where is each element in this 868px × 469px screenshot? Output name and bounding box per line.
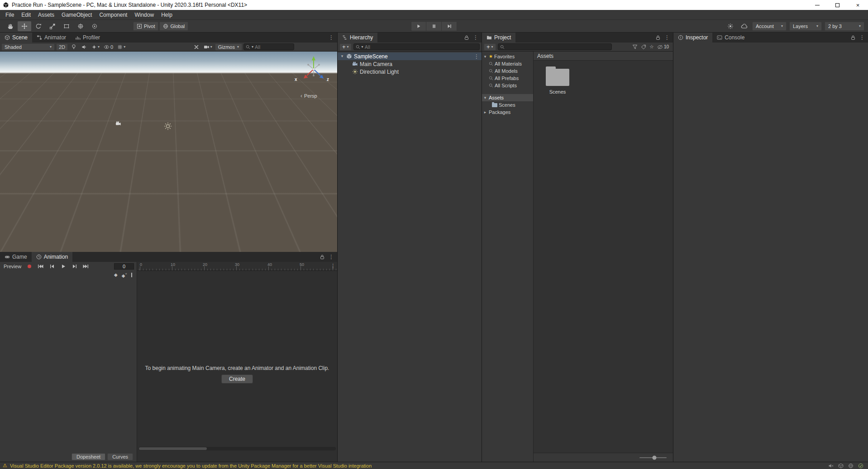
favorite-all-scripts[interactable]: All Scripts <box>482 82 533 89</box>
play-button[interactable] <box>411 21 426 31</box>
tool-settings-button[interactable] <box>192 43 201 51</box>
tab-scene[interactable]: Scene <box>0 33 32 43</box>
project-panel-menu-icon[interactable]: ⋮ <box>664 35 670 40</box>
audio-toggle-button[interactable] <box>80 43 89 51</box>
hierarchy-search-input[interactable] <box>365 44 477 50</box>
effects-dropdown-button[interactable]: ▾ <box>90 43 101 51</box>
animation-panel-menu-icon[interactable]: ⋮ <box>329 254 334 260</box>
lock-icon[interactable] <box>850 35 856 40</box>
foldout-open-icon[interactable]: ▾ <box>483 96 487 100</box>
tab-profiler[interactable]: Profiler <box>71 33 105 43</box>
tab-animation[interactable]: Animation <box>32 252 72 262</box>
project-file-grid[interactable]: Scenes <box>534 61 673 453</box>
hidden-packages-icon[interactable]: 10 <box>657 44 669 49</box>
scenes-folder-row[interactable]: Scenes <box>482 101 533 109</box>
record-button[interactable] <box>24 263 34 270</box>
favorite-all-models[interactable]: All Models <box>482 67 533 75</box>
scene-panel-menu-icon[interactable]: ⋮ <box>329 35 334 40</box>
menu-gameobject[interactable]: GameObject <box>58 10 95 20</box>
current-frame-field[interactable] <box>114 263 134 270</box>
favorite-all-prefabs[interactable]: All Prefabs <box>482 75 533 82</box>
tab-project[interactable]: Project <box>482 33 515 43</box>
orientation-gizmo[interactable] <box>298 53 329 85</box>
animation-timeline-area[interactable]: To begin animating Main Camera, create a… <box>137 279 337 452</box>
transform-tool-button[interactable] <box>74 21 87 31</box>
lock-icon[interactable] <box>320 254 325 260</box>
timeline-horizontal-scrollbar[interactable] <box>138 447 336 450</box>
layers-dropdown[interactable]: Layers ▾ <box>789 22 822 31</box>
previous-frame-button[interactable] <box>47 263 57 270</box>
step-button[interactable] <box>442 21 457 31</box>
directional-light-gizmo-icon[interactable] <box>163 121 173 131</box>
timeline-event-strip[interactable] <box>137 271 337 279</box>
file-tile-scenes[interactable]: Scenes <box>540 66 575 95</box>
go-to-start-button[interactable] <box>35 263 46 270</box>
cloud-button[interactable] <box>739 22 749 31</box>
search-filter-caret-icon[interactable]: ▾ <box>252 45 253 49</box>
favorite-all-materials[interactable]: All Materials <box>482 60 533 67</box>
assets-folder-row[interactable]: ▾ Assets <box>482 94 533 101</box>
gizmos-dropdown[interactable]: Gizmos ▾ <box>215 43 242 51</box>
slider-thumb[interactable] <box>653 455 657 460</box>
foldout-open-icon[interactable]: ▾ <box>340 54 344 58</box>
account-dropdown[interactable]: Account ▾ <box>752 22 787 31</box>
menu-file[interactable]: File <box>2 10 18 20</box>
tab-animator[interactable]: Animator <box>32 33 71 43</box>
search-by-label-icon[interactable] <box>641 44 646 50</box>
pause-button[interactable] <box>426 21 442 31</box>
package-icon[interactable] <box>838 463 844 469</box>
hierarchy-panel-menu-icon[interactable]: ⋮ <box>473 35 478 40</box>
hierarchy-row-scene[interactable]: ▾ SampleScene ⋮ <box>338 52 482 60</box>
add-event-icon[interactable] <box>131 273 132 277</box>
mute-speaker-icon[interactable] <box>828 463 834 469</box>
search-by-type-icon[interactable] <box>632 44 638 49</box>
foldout-closed-icon[interactable]: ▸ <box>483 110 487 114</box>
save-search-star-icon[interactable]: ☆ <box>649 44 654 49</box>
go-to-end-button[interactable] <box>81 263 91 270</box>
favorites-row[interactable]: ▾ ★ Favorites <box>482 53 533 60</box>
progress-check-icon[interactable] <box>858 463 863 469</box>
global-toggle-button[interactable]: Global <box>159 22 188 31</box>
camera-gizmo-icon[interactable] <box>115 121 121 126</box>
scale-tool-button[interactable] <box>46 21 59 31</box>
menu-edit[interactable]: Edit <box>18 10 34 20</box>
timeline-ruler[interactable]: 0 10 20 30 40 50 ⋮ <box>137 262 337 271</box>
tab-game[interactable]: Game <box>0 252 32 262</box>
tab-inspector[interactable]: Inspector <box>673 33 712 43</box>
custom-tool-button[interactable] <box>88 21 101 31</box>
layout-dropdown[interactable]: 2 by 3 ▾ <box>825 22 864 31</box>
hierarchy-row-directional-light[interactable]: Directional Light <box>338 68 482 76</box>
pivot-toggle-button[interactable]: Pivot <box>133 22 158 31</box>
scene-options-icon[interactable]: ⋮ <box>474 54 479 59</box>
scene-search-input[interactable] <box>255 44 292 50</box>
lock-icon[interactable] <box>464 35 469 40</box>
thumbnail-size-slider[interactable] <box>639 457 667 458</box>
preview-button[interactable]: Preview <box>2 264 23 269</box>
project-search-input[interactable] <box>506 44 610 50</box>
rect-tool-button[interactable] <box>60 21 73 31</box>
perspective-toggle[interactable]: ‹ Persp <box>300 93 317 99</box>
tab-console[interactable]: Console <box>712 33 749 43</box>
rotate-tool-button[interactable] <box>32 21 45 31</box>
menu-assets[interactable]: Assets <box>34 10 58 20</box>
lock-icon[interactable] <box>655 35 661 40</box>
add-keyframe-plus-button[interactable]: ◆+ <box>122 272 127 279</box>
scene-visibility-button[interactable]: 0 <box>102 43 114 51</box>
2d-toggle-button[interactable]: 2D <box>56 43 68 51</box>
hand-tool-button[interactable] <box>4 21 17 31</box>
shading-mode-dropdown[interactable]: Shaded ▾ <box>1 43 55 51</box>
hierarchy-row-main-camera[interactable]: Main Camera <box>338 60 482 68</box>
packages-row[interactable]: ▸ Packages <box>482 109 533 116</box>
menu-component[interactable]: Component <box>95 10 131 20</box>
scrollbar-thumb[interactable] <box>139 447 207 450</box>
scene-camera-dropdown-button[interactable]: ▾ <box>202 43 214 51</box>
minimize-button[interactable] <box>807 0 827 10</box>
grid-dropdown-button[interactable]: ▾ <box>116 43 127 51</box>
timeline-menu-icon[interactable]: ⋮ <box>330 263 336 269</box>
search-filter-caret-icon[interactable]: ▾ <box>362 45 363 49</box>
globe-icon[interactable] <box>848 463 854 469</box>
add-keyframe-icon[interactable]: ◆ <box>114 273 118 277</box>
animation-property-list[interactable] <box>0 279 137 452</box>
tab-hierarchy[interactable]: Hierarchy <box>338 33 377 43</box>
hierarchy-add-button[interactable]: + ▾ <box>339 43 352 51</box>
